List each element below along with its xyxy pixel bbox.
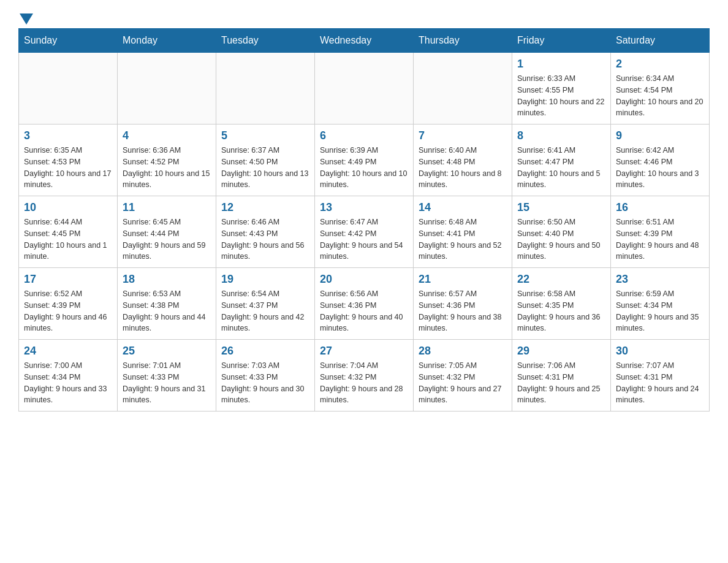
logo-arrow-icon [20, 13, 33, 25]
calendar-cell: 14Sunrise: 6:48 AM Sunset: 4:41 PM Dayli… [414, 196, 512, 268]
calendar-cell: 28Sunrise: 7:05 AM Sunset: 4:32 PM Dayli… [414, 340, 512, 412]
day-number: 2 [616, 58, 704, 71]
day-sun-info: Sunrise: 7:04 AM Sunset: 4:32 PM Dayligh… [320, 360, 408, 406]
calendar-cell: 18Sunrise: 6:53 AM Sunset: 4:38 PM Dayli… [118, 268, 216, 340]
calendar-cell: 9Sunrise: 6:42 AM Sunset: 4:46 PM Daylig… [611, 124, 710, 196]
calendar-cell: 4Sunrise: 6:36 AM Sunset: 4:52 PM Daylig… [118, 124, 216, 196]
day-number: 9 [616, 129, 704, 142]
day-number: 23 [616, 273, 704, 286]
day-number: 4 [123, 129, 211, 142]
calendar-cell: 19Sunrise: 6:54 AM Sunset: 4:37 PM Dayli… [216, 268, 315, 340]
day-number: 10 [24, 201, 112, 214]
calendar-week-row: 17Sunrise: 6:52 AM Sunset: 4:39 PM Dayli… [19, 268, 710, 340]
day-number: 30 [616, 345, 704, 358]
day-number: 14 [419, 201, 507, 214]
day-sun-info: Sunrise: 6:39 AM Sunset: 4:49 PM Dayligh… [320, 145, 408, 191]
calendar-cell: 1Sunrise: 6:33 AM Sunset: 4:55 PM Daylig… [512, 53, 611, 124]
calendar-cell: 17Sunrise: 6:52 AM Sunset: 4:39 PM Dayli… [19, 268, 118, 340]
day-number: 17 [24, 273, 112, 286]
day-sun-info: Sunrise: 6:57 AM Sunset: 4:36 PM Dayligh… [419, 288, 507, 334]
day-sun-info: Sunrise: 6:33 AM Sunset: 4:55 PM Dayligh… [517, 73, 605, 119]
calendar-cell: 26Sunrise: 7:03 AM Sunset: 4:33 PM Dayli… [216, 340, 315, 412]
day-of-week-header: Saturday [611, 29, 710, 53]
day-sun-info: Sunrise: 6:48 AM Sunset: 4:41 PM Dayligh… [419, 216, 507, 262]
calendar-cell: 11Sunrise: 6:45 AM Sunset: 4:44 PM Dayli… [118, 196, 216, 268]
day-number: 13 [320, 201, 408, 214]
calendar-cell: 22Sunrise: 6:58 AM Sunset: 4:35 PM Dayli… [512, 268, 611, 340]
calendar-cell: 2Sunrise: 6:34 AM Sunset: 4:54 PM Daylig… [611, 53, 710, 124]
day-number: 29 [517, 345, 605, 358]
calendar-week-row: 24Sunrise: 7:00 AM Sunset: 4:34 PM Dayli… [19, 340, 710, 412]
day-number: 15 [517, 201, 605, 214]
day-sun-info: Sunrise: 6:54 AM Sunset: 4:37 PM Dayligh… [221, 288, 309, 334]
calendar-cell: 15Sunrise: 6:50 AM Sunset: 4:40 PM Dayli… [512, 196, 611, 268]
day-sun-info: Sunrise: 6:42 AM Sunset: 4:46 PM Dayligh… [616, 145, 704, 191]
page-header [18, 12, 710, 22]
day-sun-info: Sunrise: 6:35 AM Sunset: 4:53 PM Dayligh… [24, 145, 112, 191]
day-number: 20 [320, 273, 408, 286]
calendar-cell [216, 53, 315, 124]
day-sun-info: Sunrise: 6:58 AM Sunset: 4:35 PM Dayligh… [517, 288, 605, 334]
day-sun-info: Sunrise: 6:53 AM Sunset: 4:38 PM Dayligh… [123, 288, 211, 334]
day-sun-info: Sunrise: 6:47 AM Sunset: 4:42 PM Dayligh… [320, 216, 408, 262]
calendar-cell [315, 53, 414, 124]
day-of-week-header: Tuesday [216, 29, 315, 53]
day-number: 7 [419, 129, 507, 142]
day-number: 16 [616, 201, 704, 214]
calendar-table: SundayMondayTuesdayWednesdayThursdayFrid… [18, 28, 710, 412]
day-number: 26 [221, 345, 309, 358]
day-sun-info: Sunrise: 6:51 AM Sunset: 4:39 PM Dayligh… [616, 216, 704, 262]
day-sun-info: Sunrise: 7:00 AM Sunset: 4:34 PM Dayligh… [24, 360, 112, 406]
day-sun-info: Sunrise: 6:50 AM Sunset: 4:40 PM Dayligh… [517, 216, 605, 262]
day-sun-info: Sunrise: 6:36 AM Sunset: 4:52 PM Dayligh… [123, 145, 211, 191]
day-number: 8 [517, 129, 605, 142]
calendar-cell: 8Sunrise: 6:41 AM Sunset: 4:47 PM Daylig… [512, 124, 611, 196]
day-sun-info: Sunrise: 6:59 AM Sunset: 4:34 PM Dayligh… [616, 288, 704, 334]
calendar-cell: 10Sunrise: 6:44 AM Sunset: 4:45 PM Dayli… [19, 196, 118, 268]
day-sun-info: Sunrise: 7:06 AM Sunset: 4:31 PM Dayligh… [517, 360, 605, 406]
day-sun-info: Sunrise: 7:03 AM Sunset: 4:33 PM Dayligh… [221, 360, 309, 406]
day-of-week-header: Friday [512, 29, 611, 53]
day-number: 27 [320, 345, 408, 358]
calendar-cell: 7Sunrise: 6:40 AM Sunset: 4:48 PM Daylig… [414, 124, 512, 196]
day-sun-info: Sunrise: 6:46 AM Sunset: 4:43 PM Dayligh… [221, 216, 309, 262]
day-sun-info: Sunrise: 6:37 AM Sunset: 4:50 PM Dayligh… [221, 145, 309, 191]
day-sun-info: Sunrise: 6:44 AM Sunset: 4:45 PM Dayligh… [24, 216, 112, 262]
calendar-cell: 5Sunrise: 6:37 AM Sunset: 4:50 PM Daylig… [216, 124, 315, 196]
day-sun-info: Sunrise: 6:45 AM Sunset: 4:44 PM Dayligh… [123, 216, 211, 262]
day-number: 5 [221, 129, 309, 142]
calendar-week-row: 10Sunrise: 6:44 AM Sunset: 4:45 PM Dayli… [19, 196, 710, 268]
day-number: 19 [221, 273, 309, 286]
calendar-cell: 24Sunrise: 7:00 AM Sunset: 4:34 PM Dayli… [19, 340, 118, 412]
day-sun-info: Sunrise: 7:01 AM Sunset: 4:33 PM Dayligh… [123, 360, 211, 406]
calendar-week-row: 1Sunrise: 6:33 AM Sunset: 4:55 PM Daylig… [19, 53, 710, 124]
day-number: 6 [320, 129, 408, 142]
day-number: 22 [517, 273, 605, 286]
logo [18, 12, 33, 22]
calendar-cell: 3Sunrise: 6:35 AM Sunset: 4:53 PM Daylig… [19, 124, 118, 196]
day-number: 18 [123, 273, 211, 286]
header-row: SundayMondayTuesdayWednesdayThursdayFrid… [19, 29, 710, 53]
day-number: 1 [517, 58, 605, 71]
svg-marker-0 [20, 13, 33, 25]
day-of-week-header: Wednesday [315, 29, 414, 53]
calendar-cell: 6Sunrise: 6:39 AM Sunset: 4:49 PM Daylig… [315, 124, 414, 196]
day-number: 28 [419, 345, 507, 358]
day-of-week-header: Sunday [19, 29, 118, 53]
calendar-cell [118, 53, 216, 124]
calendar-cell: 27Sunrise: 7:04 AM Sunset: 4:32 PM Dayli… [315, 340, 414, 412]
day-sun-info: Sunrise: 6:52 AM Sunset: 4:39 PM Dayligh… [24, 288, 112, 334]
calendar-cell [414, 53, 512, 124]
day-of-week-header: Thursday [414, 29, 512, 53]
day-number: 12 [221, 201, 309, 214]
calendar-cell: 13Sunrise: 6:47 AM Sunset: 4:42 PM Dayli… [315, 196, 414, 268]
day-sun-info: Sunrise: 6:34 AM Sunset: 4:54 PM Dayligh… [616, 73, 704, 119]
calendar-cell [19, 53, 118, 124]
calendar-cell: 12Sunrise: 6:46 AM Sunset: 4:43 PM Dayli… [216, 196, 315, 268]
day-sun-info: Sunrise: 7:07 AM Sunset: 4:31 PM Dayligh… [616, 360, 704, 406]
day-number: 25 [123, 345, 211, 358]
calendar-cell: 23Sunrise: 6:59 AM Sunset: 4:34 PM Dayli… [611, 268, 710, 340]
calendar-cell: 20Sunrise: 6:56 AM Sunset: 4:36 PM Dayli… [315, 268, 414, 340]
day-sun-info: Sunrise: 7:05 AM Sunset: 4:32 PM Dayligh… [419, 360, 507, 406]
day-sun-info: Sunrise: 6:40 AM Sunset: 4:48 PM Dayligh… [419, 145, 507, 191]
